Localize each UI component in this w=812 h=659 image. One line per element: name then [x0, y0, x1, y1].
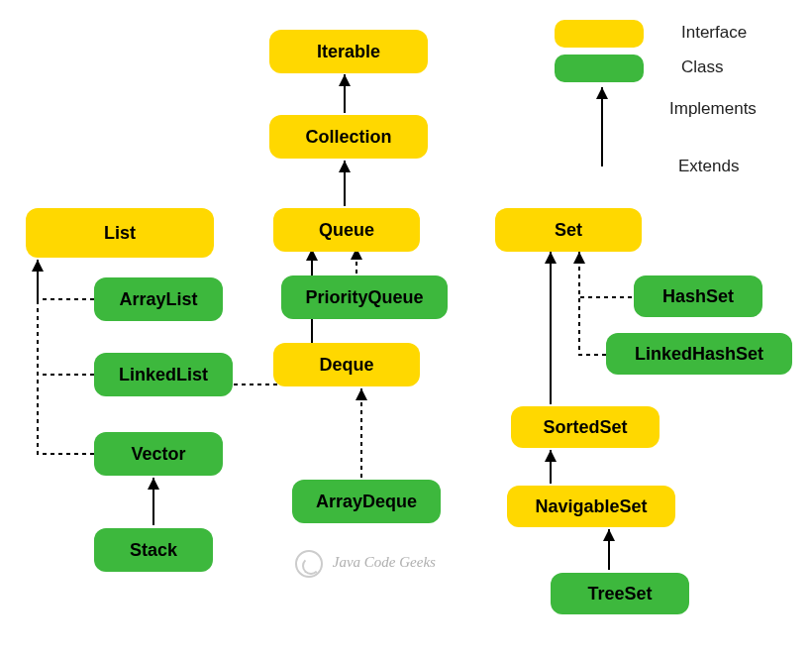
- node-treeset: TreeSet: [551, 573, 689, 614]
- node-label: LinkedHashSet: [635, 344, 763, 365]
- node-label: Queue: [319, 220, 374, 241]
- node-label: Stack: [130, 540, 177, 561]
- node-label: HashSet: [662, 286, 734, 307]
- node-label: ArrayList: [119, 289, 197, 310]
- node-label: SortedSet: [543, 417, 627, 438]
- legend-interface-label: Interface: [681, 23, 747, 43]
- node-hashset: HashSet: [634, 275, 762, 317]
- node-label: Set: [555, 220, 582, 241]
- node-label: List: [104, 223, 136, 244]
- node-navigableset: NavigableSet: [507, 486, 675, 527]
- node-label: Deque: [319, 355, 373, 376]
- node-arraydeque: ArrayDeque: [292, 480, 441, 523]
- node-linkedlist: LinkedList: [94, 353, 233, 396]
- node-label: LinkedList: [119, 365, 208, 385]
- watermark-logo: Java Code Geeks: [295, 550, 436, 578]
- watermark-text: Java Code Geeks: [333, 554, 436, 570]
- legend-extends-label: Extends: [678, 157, 739, 176]
- node-label: Collection: [305, 127, 391, 148]
- node-priorityqueue: PriorityQueue: [281, 275, 448, 319]
- legend-implements-label: Implements: [669, 99, 757, 119]
- node-list: List: [26, 208, 214, 258]
- node-label: NavigableSet: [535, 496, 647, 517]
- node-linkedhashset: LinkedHashSet: [606, 333, 792, 375]
- node-set: Set: [495, 208, 642, 252]
- legend-interface-swatch: [555, 20, 644, 48]
- node-deque: Deque: [273, 343, 420, 386]
- node-arraylist: ArrayList: [94, 277, 223, 321]
- node-collection: Collection: [269, 115, 428, 159]
- node-iterable: Iterable: [269, 30, 428, 73]
- node-label: ArrayDeque: [316, 492, 417, 512]
- watermark-icon: [295, 550, 323, 578]
- node-label: PriorityQueue: [305, 287, 423, 308]
- node-queue: Queue: [273, 208, 420, 252]
- node-label: Iterable: [317, 42, 380, 62]
- node-sortedset: SortedSet: [511, 406, 660, 448]
- node-label: Vector: [131, 444, 185, 465]
- legend-class-swatch: [555, 55, 644, 82]
- legend-class-label: Class: [681, 57, 724, 77]
- node-label: TreeSet: [587, 584, 652, 604]
- node-stack: Stack: [94, 528, 213, 572]
- node-vector: Vector: [94, 432, 223, 476]
